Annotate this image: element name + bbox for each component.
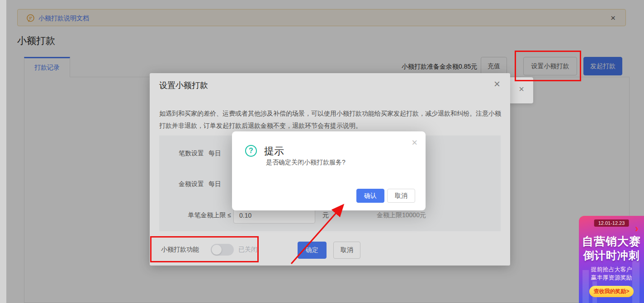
confirm-dialog: × ? 提示 是否确定关闭小额打款服务? 确认 取消 [232,131,426,210]
question-circle-icon: ? [245,145,257,157]
promo-subtitle-line1: 提前抢占大客户 [579,266,644,274]
promo-corner-arrow[interactable]: › [635,222,639,235]
dialog-confirm-button[interactable]: 确认 [356,189,384,203]
left-edge-strip [0,0,6,303]
promo-cta-button[interactable]: 查收我的奖励> [589,286,634,297]
promo-title-line2: 倒计时冲刺 [579,248,644,263]
app-stage: 小额打款说明文档 × 小额打款 小额打款准备金余额0.85元 充值 设置小额打款… [0,0,644,303]
promo-date-badge: 12.01-12.23 [594,219,629,227]
promo-subtitle-line2: 赢丰厚资源奖励 [579,274,644,282]
dialog-close-icon[interactable]: × [412,137,417,149]
dialog-title: 提示 [264,145,284,158]
promo-banner[interactable]: 12.01-12.23 自营销大赛 倒计时冲刺 提前抢占大客户 赢丰厚资源奖励 … [579,216,644,303]
dialog-cancel-button[interactable]: 取消 [387,189,415,203]
promo-title-line1: 自营销大赛 [579,234,644,249]
dialog-message: 是否确定关闭小额打款服务? [266,158,346,167]
